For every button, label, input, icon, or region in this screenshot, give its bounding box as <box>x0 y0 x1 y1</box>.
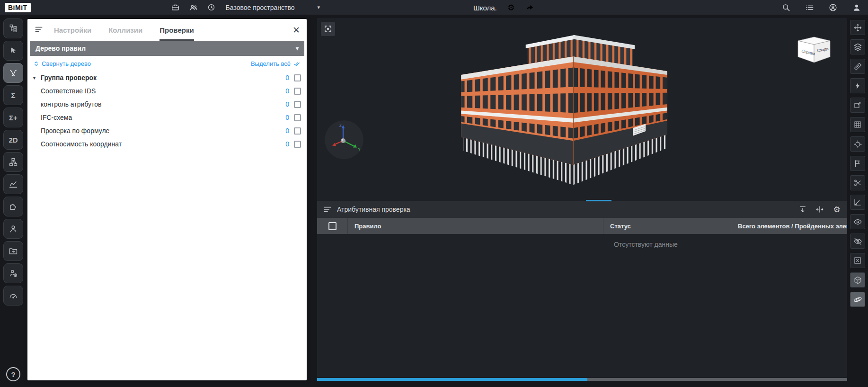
axis-z-label: Z <box>339 124 342 128</box>
model-tree-icon[interactable] <box>3 18 23 38</box>
app-logo: BiMiT <box>5 3 31 12</box>
focus-view-icon[interactable] <box>321 22 335 36</box>
sum-icon[interactable]: Σ <box>3 85 23 105</box>
column-total-elements[interactable]: Всего элементов / Пройденных элементов <box>731 218 847 234</box>
panel-tabs: Настройки Коллизии Проверки <box>54 19 194 41</box>
ruler-icon[interactable] <box>850 59 865 74</box>
attribute-panel-tools: ⚙ <box>798 205 841 214</box>
results-table-body: Отсутствуют данные <box>317 234 847 378</box>
workspace-select[interactable]: Базовое пространство ▾ <box>226 4 320 11</box>
tree-item-label: Группа проверок <box>41 74 97 81</box>
panel-menu-icon[interactable] <box>34 25 44 35</box>
flag-icon[interactable] <box>850 156 865 171</box>
folder-sync-icon[interactable] <box>3 241 23 261</box>
panel-resize-handle[interactable] <box>586 200 611 201</box>
tree-item-label: IFC-схема <box>41 114 72 121</box>
progress-bar <box>317 378 847 381</box>
tree-item-checkbox[interactable] <box>294 114 301 121</box>
collapse-tree-link[interactable]: Свернуть дерево <box>33 60 91 67</box>
orbit-icon[interactable] <box>850 292 865 307</box>
app: BiMiT Базовое пространство ▾ Школа. ⚙ <box>0 0 868 387</box>
tab-checks[interactable]: Проверки <box>159 19 194 41</box>
rules-tree-header[interactable]: Дерево правил ▾ <box>30 41 304 56</box>
select-all-link[interactable]: Выделить всё <box>251 60 301 67</box>
fit-width-icon[interactable] <box>815 205 824 214</box>
navigation-gizmo[interactable]: Z Y <box>324 119 364 160</box>
column-rule[interactable]: Правило <box>347 218 603 234</box>
dimension-icon[interactable] <box>850 195 865 210</box>
select-all-checkbox[interactable] <box>328 222 337 230</box>
right-toolbar <box>847 15 868 387</box>
top-bar: BiMiT Базовое пространство ▾ Школа. ⚙ <box>0 0 868 15</box>
panel-menu-icon[interactable] <box>323 205 332 214</box>
share-icon[interactable] <box>525 3 535 12</box>
settings-gear-icon[interactable]: ⚙ <box>832 205 841 214</box>
tree-item[interactable]: IFC-схема 0 <box>27 111 307 124</box>
sum-plus-icon[interactable]: Σ+ <box>3 108 23 127</box>
tree-item[interactable]: Соответствие IDS 0 <box>27 84 307 98</box>
tree-actions: Свернуть дерево Выделить всё <box>27 56 307 71</box>
person-icon[interactable] <box>3 219 23 239</box>
person-pin-icon[interactable] <box>3 263 23 283</box>
project-icon[interactable] <box>171 3 180 12</box>
column-status[interactable]: Статус <box>603 218 731 234</box>
progress-fill <box>317 378 587 381</box>
list-menu-icon[interactable] <box>805 3 814 12</box>
tab-settings[interactable]: Настройки <box>54 19 91 41</box>
target-icon[interactable] <box>850 136 865 152</box>
graph-icon[interactable] <box>3 174 23 194</box>
close-icon[interactable]: ✕ <box>292 26 300 35</box>
attribute-panel-header: Атрибутивная проверка ⚙ <box>317 201 847 218</box>
pan-icon[interactable] <box>850 20 865 35</box>
clash-check-icon[interactable] <box>3 63 23 83</box>
tree-item[interactable]: контроль атрибутов 0 <box>27 98 307 111</box>
hide-box-icon[interactable] <box>850 253 865 268</box>
settings-gear-icon[interactable]: ⚙ <box>506 3 516 12</box>
grid-icon[interactable] <box>850 117 865 132</box>
axis-y-label: Y <box>358 147 361 152</box>
select-cursor-icon[interactable] <box>3 41 23 61</box>
tree-item-label: Соответствие IDS <box>41 87 96 95</box>
tree-item-checkbox[interactable] <box>294 127 301 135</box>
tree-item[interactable]: Проверка по формуле 0 <box>27 124 307 137</box>
tree-item-checkbox[interactable] <box>294 141 301 148</box>
view-cube[interactable]: Справа Сзади <box>795 31 834 66</box>
empty-state-text: Отсутствуют данные <box>614 241 678 248</box>
chevron-down-icon: ▾ <box>296 45 299 52</box>
tab-collisions[interactable]: Коллизии <box>108 19 142 41</box>
2d-view-icon[interactable]: 2D <box>3 130 23 150</box>
tree-item-label: Проверка по формуле <box>41 127 109 135</box>
box-edit-icon[interactable] <box>850 98 865 113</box>
section-cut-icon[interactable] <box>850 175 865 190</box>
eye-icon[interactable] <box>850 214 865 229</box>
tree-item-group[interactable]: ▾ Группа проверок 0 <box>27 71 307 84</box>
tree-item-checkbox[interactable] <box>294 101 301 108</box>
gauge-icon[interactable] <box>3 286 23 306</box>
caret-down-icon[interactable]: ▾ <box>33 75 41 81</box>
project-title: Школа. <box>473 4 497 12</box>
hierarchy-icon[interactable] <box>3 152 23 172</box>
tree-item-count: 0 <box>285 100 289 108</box>
user-icon[interactable] <box>852 3 861 12</box>
tree-item-checkbox[interactable] <box>294 74 301 81</box>
help-button[interactable]: ? <box>6 367 20 381</box>
plugin-icon[interactable] <box>3 197 23 216</box>
eye-off-icon[interactable] <box>850 234 865 249</box>
select-all-cell <box>317 218 347 234</box>
tree-item[interactable]: Соотносимость координат 0 <box>27 137 307 151</box>
team-icon[interactable] <box>189 3 198 12</box>
lightning-icon[interactable] <box>850 78 865 93</box>
building-model[interactable] <box>434 19 694 188</box>
fit-height-icon[interactable] <box>798 205 807 214</box>
cube-view-icon[interactable] <box>850 272 865 288</box>
tree-item-count: 0 <box>285 114 289 121</box>
tree-item-count: 0 <box>285 87 289 95</box>
title-group: Школа. ⚙ <box>473 0 535 15</box>
viewport-3d[interactable]: Z Y Справа Сзади Атрибутивная провер <box>317 18 847 381</box>
attribute-check-panel: Атрибутивная проверка ⚙ Правило Статус <box>317 201 847 378</box>
tree-item-checkbox[interactable] <box>294 88 301 95</box>
search-icon[interactable] <box>781 3 790 12</box>
account-circle-icon[interactable] <box>828 3 838 12</box>
layers-icon[interactable] <box>850 39 865 54</box>
history-icon[interactable] <box>207 3 216 12</box>
